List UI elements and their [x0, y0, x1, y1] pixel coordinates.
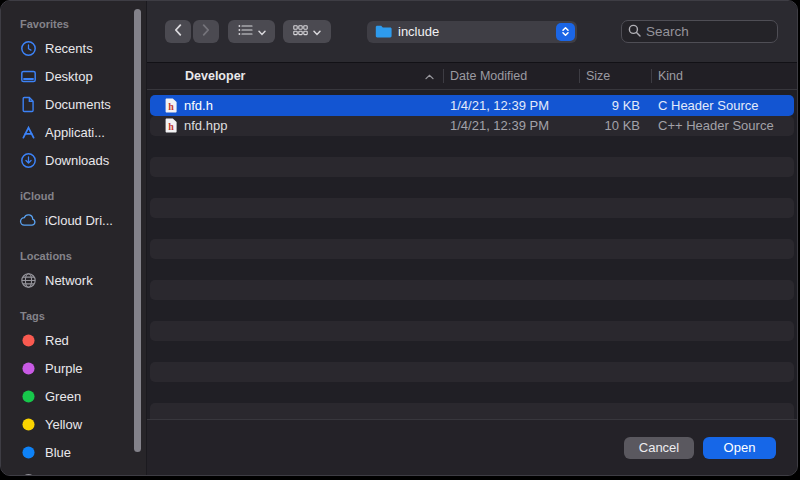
file-row[interactable]: hnfd.hpp1/4/21, 12:39 PM10 KBC++ Header … — [150, 116, 794, 137]
folder-icon — [374, 25, 392, 38]
file-name: nfd.h — [184, 98, 213, 113]
sidebar-item-label: Green — [45, 389, 81, 404]
empty-row — [150, 321, 794, 342]
sidebar-item-green[interactable]: Green — [1, 382, 146, 410]
desktop-icon — [19, 68, 37, 85]
sidebar-item-purple[interactable]: Purple — [1, 354, 146, 382]
empty-row — [150, 218, 794, 239]
sidebar-section: LocationsNetwork — [1, 246, 146, 294]
main-panel: include Developer Date Modified Size — [147, 1, 797, 475]
cloud-icon — [19, 214, 37, 227]
chevron-down-icon — [258, 24, 266, 39]
column-label: Developer — [185, 69, 245, 83]
column-header-name[interactable]: Developer — [147, 63, 443, 89]
file-size: 10 KB — [579, 118, 651, 133]
tag-dot-icon — [19, 332, 37, 349]
sidebar-item-applicati[interactable]: Applicati... — [1, 118, 146, 146]
cancel-button[interactable]: Cancel — [624, 437, 694, 459]
forward-button[interactable] — [193, 20, 219, 43]
column-headers: Developer Date Modified Size Kind — [147, 63, 797, 90]
column-header-kind[interactable]: Kind — [651, 63, 797, 89]
sidebar-scrollbar[interactable] — [134, 9, 141, 452]
file-date-modified: 1/4/21, 12:39 PM — [443, 98, 579, 113]
file-kind: C++ Header Source — [651, 118, 794, 133]
chevron-right-icon — [202, 24, 210, 39]
empty-row — [150, 403, 794, 420]
file-name-cell: hnfd.hpp — [150, 118, 443, 133]
sidebar-item-label: Applicati... — [45, 125, 105, 140]
sidebar-item-label: Blue — [45, 445, 71, 460]
footer: Cancel Open — [147, 419, 797, 475]
sort-ascending-icon — [425, 69, 434, 83]
stepper-icon — [556, 23, 575, 41]
sidebar-item-downloads[interactable]: Downloads — [1, 146, 146, 174]
sidebar-item-red[interactable]: Red — [1, 326, 146, 354]
file-list: hnfd.h1/4/21, 12:39 PM9 KBC Header Sourc… — [147, 90, 797, 419]
folder-select[interactable]: include — [367, 21, 577, 43]
empty-row — [150, 239, 794, 260]
appstore-icon — [19, 124, 37, 141]
sidebar-item-label: Desktop — [45, 69, 93, 84]
sidebar-item-icloud-dri[interactable]: iCloud Dri... — [1, 206, 146, 234]
chevron-left-icon — [174, 24, 182, 39]
toolbar: include — [147, 1, 797, 63]
file-kind: C Header Source — [651, 98, 794, 113]
sidebar-item-label: Purple — [45, 361, 83, 376]
file-name: nfd.hpp — [184, 118, 227, 133]
svg-text:h: h — [168, 100, 174, 111]
sidebar-item-blue[interactable]: Blue — [1, 438, 146, 466]
column-label: Kind — [658, 69, 683, 83]
sidebar-section-title: Favorites — [1, 14, 146, 34]
sidebar-section-title: iCloud — [1, 186, 146, 206]
open-button[interactable]: Open — [703, 437, 776, 459]
back-button[interactable] — [165, 20, 191, 43]
sidebar-item-network[interactable]: Network — [1, 266, 146, 294]
sidebar-item-yellow[interactable]: Yellow — [1, 410, 146, 438]
column-header-date-modified[interactable]: Date Modified — [443, 63, 579, 89]
sidebar-item-label: Downloads — [45, 153, 109, 168]
sidebar-item-label: iCloud Dri... — [45, 213, 113, 228]
column-header-size[interactable]: Size — [579, 63, 651, 89]
sidebar-section: TagsRedPurpleGreenYellowBlueAll Tags — [1, 306, 146, 475]
empty-row — [150, 341, 794, 362]
sidebar-item-documents[interactable]: Documents — [1, 90, 146, 118]
file-row[interactable]: hnfd.h1/4/21, 12:39 PM9 KBC Header Sourc… — [150, 95, 794, 116]
folder-select-value: include — [398, 24, 550, 39]
sidebar-item-desktop[interactable]: Desktop — [1, 62, 146, 90]
sidebar-item-recents[interactable]: Recents — [1, 34, 146, 62]
sidebar-item-label: Yellow — [45, 417, 82, 432]
document-icon — [19, 96, 37, 113]
list-view-button[interactable] — [228, 20, 275, 43]
sidebar-item-label: Recents — [45, 41, 93, 56]
open-dialog: FavoritesRecentsDesktopDocumentsApplicat… — [0, 0, 798, 476]
search-input[interactable] — [646, 24, 777, 39]
header-file-icon: h — [165, 98, 177, 113]
download-circle-icon — [19, 152, 37, 169]
icon-view-button[interactable] — [283, 20, 331, 43]
circle-outline-icon — [19, 472, 37, 476]
sidebar-item-label: Red — [45, 333, 69, 348]
tag-dot-icon — [19, 360, 37, 377]
sidebar-section-title: Tags — [1, 306, 146, 326]
file-size: 9 KB — [579, 98, 651, 113]
empty-row — [150, 198, 794, 219]
file-name-cell: hnfd.h — [150, 98, 443, 113]
sidebar-item-all-tags[interactable]: All Tags — [1, 466, 146, 475]
empty-row — [150, 136, 794, 157]
empty-row — [150, 300, 794, 321]
empty-row — [150, 280, 794, 301]
header-file-icon: h — [165, 118, 177, 133]
sidebar-item-label: All Tags — [45, 473, 90, 476]
search-field[interactable] — [621, 20, 778, 43]
empty-row — [150, 157, 794, 178]
empty-row — [150, 259, 794, 280]
empty-row — [150, 362, 794, 383]
tag-dot-icon — [19, 416, 37, 433]
svg-text:h: h — [168, 121, 174, 132]
sidebar-section: iCloudiCloud Dri... — [1, 186, 146, 234]
grid-view-icon — [293, 24, 308, 39]
sidebar-item-label: Documents — [45, 97, 111, 112]
sidebar-section-title: Locations — [1, 246, 146, 266]
file-date-modified: 1/4/21, 12:39 PM — [443, 118, 579, 133]
clock-icon — [19, 40, 37, 57]
